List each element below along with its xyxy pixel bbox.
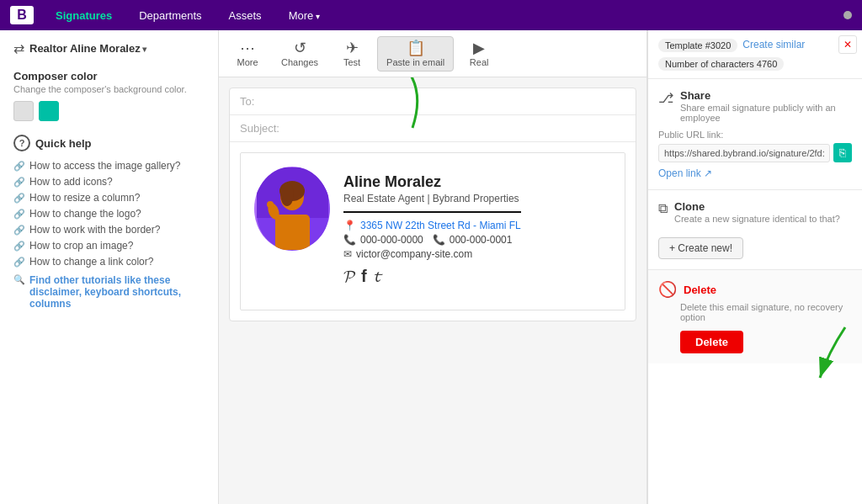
help-link-item[interactable]: 🔗 How to access the image gallery?: [13, 160, 205, 172]
nav-logo[interactable]: B: [10, 6, 34, 24]
help-circle-icon: ?: [13, 135, 30, 151]
share-section-body: Public URL link: https://shared.bybrand.…: [658, 130, 852, 179]
url-field-row: https://shared.bybrand.io/signature/2fd:…: [658, 143, 852, 162]
nav-item-departments[interactable]: Departments: [134, 6, 206, 25]
quick-help-title: ? Quick help: [13, 135, 205, 151]
color-swatch-teal[interactable]: [39, 101, 59, 121]
quick-help-section: ? Quick help 🔗 How to access the image g…: [13, 135, 205, 310]
nav-item-assets[interactable]: Assets: [224, 6, 267, 25]
clone-title: Clone: [674, 200, 840, 213]
sig-email: victor@company-site.com: [356, 248, 472, 260]
email-body[interactable]: Aline Moralez Real Estate Agent | Bybran…: [230, 142, 636, 321]
sig-photo: [254, 167, 330, 251]
toolbar-btn-changes[interactable]: ↺ Changes: [273, 37, 327, 71]
delete-button[interactable]: Delete: [680, 331, 743, 353]
template-badge: Template #3020: [658, 39, 737, 52]
changes-icon: ↺: [294, 40, 306, 56]
toolbar-btn-test[interactable]: ✈ Test: [330, 37, 374, 71]
share-section-header: ⎇ Share Share email signature publicly w…: [658, 89, 852, 123]
nav-item-more[interactable]: More: [284, 6, 325, 25]
phone-icon: 📞: [343, 234, 356, 246]
svg-rect-7: [275, 215, 310, 250]
right-panel: ✕ Template #3020 Create similar Number o…: [647, 30, 862, 504]
email-compose: To: Subject:: [229, 88, 636, 321]
panel-close-button[interactable]: ✕: [838, 35, 857, 54]
sig-social: 𝓟 f 𝓽: [343, 267, 521, 286]
delete-title: Delete: [684, 284, 716, 296]
svg-point-9: [267, 201, 274, 208]
sig-photo-svg: [257, 167, 328, 250]
composer-color-section: Composer color Change the composer's bac…: [13, 70, 205, 121]
pinterest-icon[interactable]: 𝓟: [343, 267, 354, 286]
help-link-item[interactable]: 🔗 How to resize a column?: [13, 192, 205, 204]
location-icon: 📍: [343, 220, 356, 231]
left-sidebar: ⇄ Realtor Aline Moralez Composer color C…: [0, 30, 219, 504]
sig-email-row: ✉ victor@company-site.com: [343, 248, 521, 260]
external-link-icon: ↗: [704, 167, 712, 179]
center-area: ⋯ More ↺ Changes ✈ Test 📋 Paste in email…: [219, 30, 647, 504]
create-similar-link[interactable]: Create similar: [742, 39, 805, 52]
signature-name: Realtor Aline Moralez: [29, 42, 147, 55]
link-icon: 🔗: [13, 257, 25, 268]
clone-section-header: ⧉ Clone Create a new signature identical…: [658, 200, 852, 224]
delete-header: 🚫 Delete: [658, 280, 852, 299]
clone-section-body: + Create new!: [658, 231, 852, 259]
more-icon: ⋯: [240, 40, 255, 56]
composer-color-desc: Change the composer's background color.: [13, 84, 205, 94]
tutorial-links[interactable]: disclaimer, keyboard shortcuts, columns: [29, 286, 181, 310]
share-title: Share: [680, 89, 852, 102]
help-link-item[interactable]: 🔗 How to crop an image?: [13, 240, 205, 252]
email-subject-field[interactable]: Subject:: [230, 115, 636, 142]
sig-details: 📍 3365 NW 22th Street Rd - Miami FL 📞 00…: [343, 220, 521, 260]
panel-meta: Template #3020 Create similar Number of …: [648, 30, 862, 79]
main-layout: ⇄ Realtor Aline Moralez Composer color C…: [0, 30, 862, 504]
share-icon: ⎇: [658, 90, 673, 106]
help-link-item[interactable]: 🔗 How to change the logo?: [13, 208, 205, 220]
help-link-item[interactable]: 🔗 How to change a link color?: [13, 256, 205, 268]
delete-desc: Delete this email signature, no recovery…: [680, 302, 852, 322]
signature-selector[interactable]: ⇄ Realtor Aline Moralez: [13, 40, 205, 56]
toolbar-btn-more[interactable]: ⋯ More: [226, 37, 269, 71]
signature-list-icon: ⇄: [13, 40, 24, 56]
link-icon: 🔗: [13, 209, 25, 220]
clone-section: ⧉ Clone Create a new signature identical…: [648, 190, 862, 270]
color-swatch-gray[interactable]: [13, 101, 34, 121]
url-copy-button[interactable]: ⎘: [833, 143, 852, 162]
toolbar-btn-realtime[interactable]: ▶ Real: [457, 37, 501, 71]
top-nav: B Signatures Departments Assets More: [0, 0, 862, 30]
svg-point-6: [280, 183, 294, 206]
open-link[interactable]: Open link ↗: [658, 167, 852, 179]
link-icon: 🔗: [13, 193, 25, 204]
help-links-list: 🔗 How to access the image gallery? 🔗 How…: [13, 160, 205, 268]
phone2-icon: 📞: [433, 234, 445, 246]
realtime-icon: ▶: [473, 40, 485, 56]
nav-item-signatures[interactable]: Signatures: [51, 6, 117, 25]
email-area: To: Subject:: [219, 77, 646, 504]
url-input[interactable]: https://shared.bybrand.io/signature/2fd:: [658, 144, 830, 162]
char-count-badge: Number of characters 4760: [658, 57, 784, 71]
email-to-field[interactable]: To:: [230, 88, 636, 115]
sig-address-row: 📍 3365 NW 22th Street Rd - Miami FL: [343, 220, 521, 231]
sig-top: Aline Moralez Real Estate Agent | Bybran…: [254, 167, 611, 286]
sig-phone2: 000-000-0001: [450, 234, 513, 246]
color-swatches: [13, 101, 205, 121]
url-label: Public URL link:: [658, 130, 852, 140]
link-icon: 🔗: [13, 241, 25, 252]
delete-warning-icon: 🚫: [658, 280, 677, 299]
create-new-button[interactable]: + Create new!: [658, 237, 743, 259]
paste-icon: 📋: [407, 40, 425, 56]
sig-address: 3365 NW 22th Street Rd - Miami FL: [360, 220, 521, 231]
sig-divider: [343, 211, 521, 213]
help-link-item[interactable]: 🔗 How to add icons?: [13, 176, 205, 188]
sig-phone-row: 📞 000-000-0000 📞 000-000-0001: [343, 234, 521, 246]
toolbar-btn-paste[interactable]: 📋 Paste in email: [377, 36, 454, 72]
twitter-icon[interactable]: 𝓽: [374, 267, 380, 286]
email-icon: ✉: [343, 248, 352, 260]
help-link-item[interactable]: 🔗 How to work with the border?: [13, 224, 205, 236]
link-icon: 🔗: [13, 225, 25, 236]
share-section: ⎇ Share Share email signature publicly w…: [648, 79, 862, 190]
char-count-badge-row: Number of characters 4760: [658, 57, 837, 70]
facebook-icon[interactable]: f: [361, 267, 367, 286]
sig-title: Real Estate Agent | Bybrand Properties: [343, 193, 521, 204]
signature-preview: Aline Moralez Real Estate Agent | Bybran…: [240, 152, 625, 310]
